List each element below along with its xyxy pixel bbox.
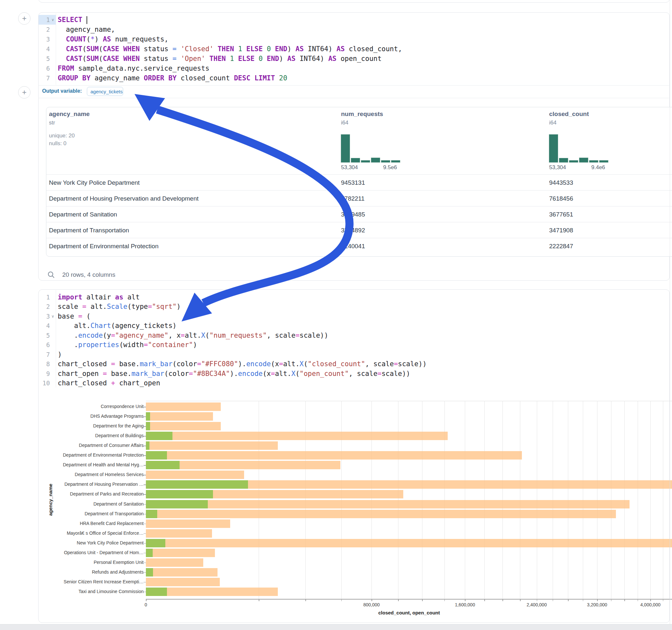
y-axis-label: Mayorâ€ s Office of Special Enforce…	[49, 531, 144, 536]
open-count-bar	[146, 441, 149, 450]
histogram-bar	[391, 161, 400, 162]
line-number-gutter: 7	[39, 73, 56, 83]
x-axis-tick-label: 4,000,000	[640, 602, 660, 607]
y-axis-label: Department of Transportation	[49, 511, 144, 516]
code-line[interactable]: 5 CAST(SUM(CASE WHEN status = 'Open' THE…	[39, 54, 402, 64]
x-axis-tick	[445, 599, 445, 601]
table-cell: Department of Transportation	[49, 222, 129, 238]
code-line[interactable]: 2scale = alt.Scale(type="sqrt")	[39, 302, 427, 312]
x-axis-tick	[422, 599, 423, 601]
code-line[interactable]: 6 .properties(width="container")	[39, 340, 427, 350]
y-axis-label: Department of Sanitation	[49, 501, 144, 507]
code-line[interactable]: 7GROUP BY agency_name ORDER BY closed_co…	[39, 73, 402, 83]
code-text: agency_name,	[56, 26, 115, 33]
table-row[interactable]: Department of Transportation377489234719…	[46, 222, 672, 238]
code-line[interactable]: 4 CAST(SUM(CASE WHEN status = 'Closed' T…	[39, 44, 402, 54]
text-cursor	[87, 16, 87, 24]
histogram-bar	[599, 161, 608, 162]
histogram-min-label: 53,304	[549, 164, 566, 171]
y-axis-label: Department for the Aging	[49, 423, 144, 429]
line-number: 8	[46, 360, 50, 367]
add-cell-button-output[interactable]: +	[18, 86, 30, 98]
x-axis-line	[146, 599, 672, 600]
y-axis-label: Department of Parks and Recreation	[49, 491, 144, 496]
x-axis-tick-label: 0	[145, 602, 147, 607]
table-row[interactable]: Department of Environmental Protection22…	[46, 238, 672, 254]
closed-count-bar	[146, 558, 203, 567]
sql-code-editor[interactable]: 1∨SELECT 2 agency_name,3 COUNT(*) AS num…	[39, 15, 402, 83]
code-line[interactable]: 6FROM sample_data.nyc.service_requests	[39, 64, 402, 73]
code-line[interactable]: 3 COUNT(*) AS num_requests,	[39, 34, 402, 44]
python-code-editor[interactable]: 1import altair as alt2scale = alt.Scale(…	[39, 292, 427, 388]
y-axis-label: HRA Benefit Card Replacement	[49, 521, 144, 526]
horizontal-scrollbar-track[interactable]	[0, 624, 672, 630]
open-count-bar	[146, 539, 165, 547]
y-axis-tick	[144, 533, 146, 534]
y-axis-tick	[144, 416, 146, 417]
code-line[interactable]: 4 alt.Chart(agency_tickets)	[39, 321, 427, 331]
x-axis-tick	[624, 599, 625, 601]
line-number-gutter: 10	[39, 379, 56, 388]
code-line[interactable]: 5 .encode(y="agency_name", x=alt.X("num_…	[39, 331, 427, 340]
y-axis-label: Department of Environmental Protection	[49, 453, 144, 458]
previous-cell-edge	[38, 0, 670, 3]
y-axis-tick	[144, 475, 146, 476]
histogram-max-label: 9.4e6	[591, 164, 605, 171]
y-axis-tick	[144, 582, 146, 583]
fold-chevron-icon[interactable]: ∨	[50, 18, 56, 22]
code-line[interactable]: 8chart_closed = base.mark_bar(color="#FF…	[39, 359, 427, 369]
open-count-bar	[146, 412, 150, 421]
output-variable-chip[interactable]: agency_tickets	[87, 87, 123, 96]
closed-count-bar	[146, 578, 220, 586]
x-axis-tick	[553, 599, 553, 601]
divider	[38, 98, 670, 98]
column-header: num_requests	[341, 111, 383, 118]
add-cell-button-top[interactable]: +	[18, 12, 30, 25]
code-line[interactable]: 10chart_closed + chart_open	[39, 379, 427, 388]
x-axis-tick	[583, 599, 583, 601]
x-axis-title: closed_count, open_count	[378, 610, 440, 615]
x-axis-tick	[398, 599, 399, 601]
code-line[interactable]: 3∨base = (	[39, 311, 427, 321]
y-axis-tick	[144, 524, 146, 524]
code-line[interactable]: 1import altair as alt	[39, 292, 427, 302]
code-line[interactable]: 2 agency_name,	[39, 25, 402, 34]
line-number-gutter: 7	[39, 350, 56, 359]
fold-chevron-icon[interactable]: ∨	[50, 314, 56, 319]
notebook-page: + + 1∨SELECT 2 agency_name,3 COUNT(*) AS…	[0, 0, 672, 630]
open-count-bar	[146, 510, 157, 518]
table-cell: 9443533	[549, 175, 573, 191]
table-row[interactable]: Department of Housing Preservation and D…	[46, 190, 672, 206]
closed-count-bar	[146, 519, 230, 528]
table-row[interactable]: Department of Sanitation37494853677651	[46, 206, 672, 222]
y-axis-label: Department of Consumer Affairs	[49, 443, 144, 448]
table-row[interactable]: New York City Police Department945313194…	[46, 174, 672, 190]
code-line[interactable]: 9chart_open = base.mark_bar(color="#8BC3…	[39, 369, 427, 379]
closed-count-bar	[146, 500, 629, 508]
x-axis-tick	[650, 599, 651, 601]
y-axis-tick	[144, 543, 146, 544]
y-axis-tick	[144, 484, 146, 485]
y-axis-label: Taxi and Limousine Commission	[49, 589, 144, 594]
line-number-gutter: 2	[39, 302, 56, 312]
plot-top-border	[146, 401, 672, 401]
closed-count-bar	[146, 470, 244, 479]
code-text: .encode(y="agency_name", x=alt.X("num_re…	[56, 332, 328, 339]
histogram-min-label: 53,304	[341, 164, 358, 171]
y-axis-tick	[144, 563, 146, 563]
y-axis-tick	[144, 445, 146, 446]
x-axis-tick	[305, 599, 306, 601]
open-count-bar	[146, 480, 248, 489]
histogram-bar	[559, 158, 568, 162]
code-text: chart_closed = base.mark_bar(color="#FFC…	[56, 360, 427, 368]
search-icon[interactable]	[47, 271, 55, 279]
y-axis-tick	[144, 426, 146, 427]
x-axis-tick	[638, 599, 638, 601]
code-line[interactable]: 7)	[39, 350, 427, 359]
y-axis-label: Refunds and Adjustments	[49, 570, 144, 575]
x-axis-tick	[520, 599, 521, 601]
table-cell: 2222847	[549, 238, 573, 254]
code-line[interactable]: 1∨SELECT	[39, 15, 402, 25]
table-cell: New York City Police Department	[49, 175, 140, 191]
line-number: 9	[46, 370, 50, 377]
